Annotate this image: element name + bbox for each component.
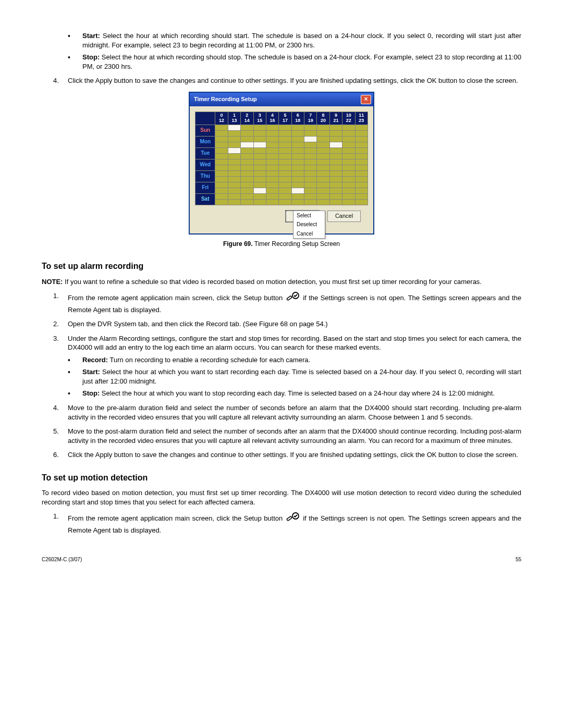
schedule-cell[interactable] — [215, 176, 228, 182]
schedule-cell[interactable] — [291, 159, 304, 165]
schedule-cell[interactable] — [253, 193, 266, 199]
schedule-cell[interactable] — [329, 125, 342, 130]
schedule-cell[interactable] — [304, 159, 317, 165]
schedule-cell[interactable] — [266, 147, 278, 153]
schedule-cell[interactable] — [266, 188, 278, 193]
schedule-cell[interactable] — [317, 188, 329, 193]
schedule-cell[interactable] — [228, 147, 240, 153]
schedule-cell[interactable] — [253, 159, 266, 165]
schedule-cell[interactable] — [291, 199, 304, 205]
schedule-cell[interactable] — [304, 182, 317, 188]
schedule-cell[interactable] — [342, 142, 355, 147]
schedule-cell[interactable] — [279, 193, 291, 199]
schedule-cell[interactable] — [317, 182, 329, 188]
schedule-cell[interactable] — [215, 130, 228, 136]
schedule-cell[interactable] — [317, 199, 329, 205]
schedule-cell[interactable] — [228, 136, 240, 142]
schedule-cell[interactable] — [266, 176, 278, 182]
schedule-cell[interactable] — [241, 199, 253, 205]
schedule-cell[interactable] — [304, 136, 317, 142]
schedule-cell[interactable] — [266, 125, 278, 130]
schedule-cell[interactable] — [304, 176, 317, 182]
schedule-cell[interactable] — [304, 147, 317, 153]
schedule-cell[interactable] — [253, 199, 266, 205]
schedule-cell[interactable] — [355, 170, 368, 176]
schedule-cell[interactable] — [215, 136, 228, 142]
schedule-cell[interactable] — [279, 170, 291, 176]
schedule-cell[interactable] — [228, 142, 240, 147]
schedule-cell[interactable] — [355, 193, 368, 199]
schedule-cell[interactable] — [291, 125, 304, 130]
schedule-cell[interactable] — [342, 125, 355, 130]
schedule-cell[interactable] — [329, 199, 342, 205]
schedule-cell[interactable] — [342, 176, 355, 182]
schedule-cell[interactable] — [241, 159, 253, 165]
schedule-cell[interactable] — [317, 136, 329, 142]
schedule-cell[interactable] — [342, 130, 355, 136]
schedule-cell[interactable] — [355, 136, 368, 142]
schedule-cell[interactable] — [253, 170, 266, 176]
schedule-cell[interactable] — [279, 199, 291, 205]
schedule-cell[interactable] — [317, 193, 329, 199]
schedule-cell[interactable] — [266, 136, 278, 142]
schedule-cell[interactable] — [266, 153, 278, 159]
schedule-cell[interactable] — [241, 142, 253, 147]
schedule-cell[interactable] — [304, 130, 317, 136]
schedule-cell[interactable] — [329, 170, 342, 176]
schedule-cell[interactable] — [215, 182, 228, 188]
schedule-cell[interactable] — [228, 176, 240, 182]
schedule-cell[interactable] — [241, 153, 253, 159]
schedule-cell[interactable] — [228, 165, 240, 170]
schedule-cell[interactable] — [291, 165, 304, 170]
schedule-cell[interactable] — [253, 147, 266, 153]
schedule-cell[interactable] — [228, 153, 240, 159]
schedule-cell[interactable] — [253, 136, 266, 142]
schedule-cell[interactable] — [266, 159, 278, 165]
schedule-cell[interactable] — [329, 147, 342, 153]
schedule-grid[interactable]: 01211321431541651761871982092110221123 S… — [195, 112, 368, 205]
schedule-cell[interactable] — [279, 182, 291, 188]
schedule-cell[interactable] — [329, 142, 342, 147]
schedule-cell[interactable] — [317, 165, 329, 170]
schedule-cell[interactable] — [279, 188, 291, 193]
schedule-cell[interactable] — [329, 193, 342, 199]
schedule-cell[interactable] — [342, 188, 355, 193]
schedule-cell[interactable] — [291, 188, 304, 193]
schedule-cell[interactable] — [241, 165, 253, 170]
schedule-cell[interactable] — [279, 125, 291, 130]
schedule-cell[interactable] — [241, 193, 253, 199]
schedule-cell[interactable] — [266, 182, 278, 188]
schedule-cell[interactable] — [291, 176, 304, 182]
context-menu-item[interactable]: Select — [293, 211, 325, 220]
schedule-cell[interactable] — [279, 176, 291, 182]
schedule-cell[interactable] — [355, 188, 368, 193]
schedule-cell[interactable] — [317, 170, 329, 176]
schedule-cell[interactable] — [253, 182, 266, 188]
schedule-cell[interactable] — [215, 165, 228, 170]
schedule-cell[interactable] — [279, 153, 291, 159]
schedule-cell[interactable] — [228, 125, 240, 130]
schedule-cell[interactable] — [304, 199, 317, 205]
schedule-cell[interactable] — [215, 188, 228, 193]
schedule-cell[interactable] — [215, 153, 228, 159]
schedule-cell[interactable] — [291, 142, 304, 147]
schedule-cell[interactable] — [317, 125, 329, 130]
schedule-cell[interactable] — [228, 170, 240, 176]
schedule-cell[interactable] — [342, 165, 355, 170]
schedule-cell[interactable] — [342, 193, 355, 199]
schedule-cell[interactable] — [329, 188, 342, 193]
schedule-cell[interactable] — [241, 147, 253, 153]
schedule-cell[interactable] — [215, 142, 228, 147]
schedule-cell[interactable] — [329, 165, 342, 170]
schedule-cell[interactable] — [241, 125, 253, 130]
schedule-cell[interactable] — [329, 159, 342, 165]
context-menu[interactable]: SelectDeselectCancel — [293, 211, 325, 239]
schedule-cell[interactable] — [215, 193, 228, 199]
schedule-cell[interactable] — [241, 176, 253, 182]
schedule-cell[interactable] — [241, 130, 253, 136]
schedule-cell[interactable] — [253, 188, 266, 193]
schedule-cell[interactable] — [355, 199, 368, 205]
schedule-cell[interactable] — [355, 176, 368, 182]
schedule-cell[interactable] — [215, 199, 228, 205]
schedule-cell[interactable] — [241, 170, 253, 176]
